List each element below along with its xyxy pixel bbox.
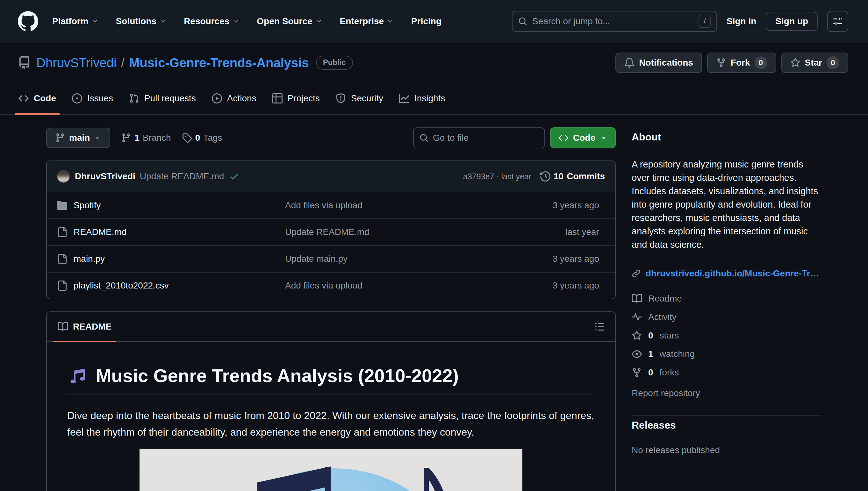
nav-item-enterprise[interactable]: Enterprise <box>340 16 394 26</box>
sidebar-item-readme[interactable]: Readme <box>632 289 822 308</box>
tab-label: Code <box>34 93 56 104</box>
file-icon <box>57 227 67 237</box>
code-dropdown-button[interactable]: Code <box>550 127 616 148</box>
file-commit-message-link[interactable]: Update main.py <box>285 254 553 264</box>
code-view: main 1 Branch 0 Tags <box>46 127 616 491</box>
go-to-file-input[interactable] <box>433 133 539 143</box>
tags-link[interactable]: 0 Tags <box>182 133 222 143</box>
pull-request-icon <box>129 93 139 104</box>
chevron-down-icon <box>92 18 98 25</box>
nav-item-platform[interactable]: Platform <box>52 16 98 26</box>
divider <box>632 415 822 415</box>
issue-opened-icon <box>72 93 82 104</box>
search-input[interactable] <box>532 16 694 26</box>
sign-up-button[interactable]: Sign up <box>766 12 818 31</box>
tab-projects[interactable]: Projects <box>267 83 326 114</box>
github-logo-icon <box>18 11 38 31</box>
star-button[interactable]: Star 0 <box>781 53 848 73</box>
meta-label: forks <box>660 368 679 378</box>
branch-selector[interactable]: main <box>46 128 110 148</box>
main-nav: Platform Solutions Resources Open Source… <box>52 16 442 26</box>
repo-header: DhruvSTrivedi / Music-Genre-Trends-Analy… <box>0 43 868 83</box>
sidebar-item-stars[interactable]: 0 stars <box>632 326 822 345</box>
tab-security[interactable]: Security <box>330 83 389 114</box>
git-branch-icon <box>121 133 131 143</box>
file-link[interactable]: Spotify <box>74 200 101 210</box>
sidebar-item-forks[interactable]: 0 forks <box>632 363 822 382</box>
readme-intro: Dive deep into the heartbeats of music f… <box>67 407 595 440</box>
file-toolbar: main 1 Branch 0 Tags <box>46 127 616 148</box>
link-icon <box>632 269 641 278</box>
nav-item-pricing[interactable]: Pricing <box>411 16 442 26</box>
nav-label: Solutions <box>116 16 157 26</box>
header-right: / Sign in Sign up <box>512 11 848 32</box>
tab-label: Pull requests <box>144 93 196 104</box>
appearance-settings-button[interactable] <box>827 11 848 32</box>
header-search[interactable]: / <box>512 11 717 32</box>
search-shortcut-key: / <box>699 15 711 28</box>
tag-icon <box>182 133 192 143</box>
readme-title-text: Music Genre Trends Analysis (2010-2022) <box>96 365 459 386</box>
nav-item-resources[interactable]: Resources <box>184 16 239 26</box>
search-icon <box>518 17 527 26</box>
avatar[interactable] <box>57 170 70 183</box>
tab-code[interactable]: Code <box>13 83 62 114</box>
file-commit-message-link[interactable]: Update README.md <box>285 227 565 237</box>
nav-label: Platform <box>52 16 88 26</box>
releases-empty-text: No releases published <box>632 445 822 455</box>
meta-label: stars <box>660 330 679 341</box>
commit-sha-time[interactable]: a3793e7 · last year <box>463 172 531 181</box>
tab-actions[interactable]: Actions <box>206 83 262 114</box>
code-icon <box>558 133 568 143</box>
notifications-label: Notifications <box>639 58 693 68</box>
tab-label: Actions <box>227 93 256 104</box>
eye-icon <box>632 349 642 359</box>
fork-button[interactable]: Fork 0 <box>707 53 776 73</box>
file-link[interactable]: main.py <box>74 254 105 264</box>
sidebar-item-watching[interactable]: 1 watching <box>632 345 822 363</box>
website-link[interactable]: dhruvstrivedi.github.io/Music-Genre-Tre.… <box>646 268 822 279</box>
fork-icon <box>716 58 726 68</box>
file-commit-message-link[interactable]: Add files via upload <box>285 200 553 210</box>
chevron-down-icon <box>316 18 322 25</box>
file-commit-message-link[interactable]: Add files via upload <box>285 281 553 291</box>
code-icon <box>19 93 29 104</box>
sliders-icon <box>833 16 843 26</box>
nav-item-solutions[interactable]: Solutions <box>116 16 166 26</box>
sign-in-link[interactable]: Sign in <box>727 16 756 26</box>
tab-pull-requests[interactable]: Pull requests <box>123 83 202 114</box>
about-description: A repository analyzing music genre trend… <box>632 157 822 251</box>
code-button-label: Code <box>573 133 595 143</box>
readme-outline-button[interactable] <box>590 317 610 337</box>
tab-insights[interactable]: Insights <box>393 83 451 114</box>
nav-item-open-source[interactable]: Open Source <box>257 16 322 26</box>
commit-status-check-icon[interactable] <box>229 171 239 181</box>
repo-name-link[interactable]: Music-Genre-Trends-Analysis <box>129 56 309 70</box>
table-row: main.py Update main.py 3 years ago <box>47 245 615 272</box>
branches-link[interactable]: 1 Branch <box>121 133 171 143</box>
repo-owner-link[interactable]: DhruvSTrivedi <box>36 56 117 70</box>
report-repository-link[interactable]: Report repository <box>632 388 700 398</box>
readme-tab-label: README <box>73 322 111 332</box>
notifications-button[interactable]: Notifications <box>615 53 702 73</box>
readme-tab[interactable]: README <box>52 312 117 341</box>
file-icon <box>57 254 67 264</box>
commit-author-link[interactable]: DhruvSTrivedi <box>75 171 135 181</box>
github-logo[interactable] <box>18 11 38 31</box>
commit-message-link[interactable]: Update README.md <box>140 171 224 181</box>
go-to-file-search[interactable] <box>413 127 545 148</box>
file-link[interactable]: playlist_2010to2022.csv <box>74 281 169 291</box>
book-icon <box>58 322 68 332</box>
book-icon <box>632 294 642 304</box>
triangle-down-icon <box>600 134 608 142</box>
repo-meta-list: Readme Activity 0 stars 1 watching <box>632 289 822 382</box>
file-link[interactable]: README.md <box>74 227 127 237</box>
tab-issues[interactable]: Issues <box>66 83 119 114</box>
list-unordered-icon <box>595 322 605 332</box>
search-icon <box>420 134 428 142</box>
path-separator: / <box>121 56 124 70</box>
visibility-badge: Public <box>316 56 353 70</box>
sidebar-item-activity[interactable]: Activity <box>632 308 822 326</box>
commit-history-link[interactable]: 10 Commits <box>540 171 605 181</box>
music-notes-illustration <box>140 449 523 491</box>
